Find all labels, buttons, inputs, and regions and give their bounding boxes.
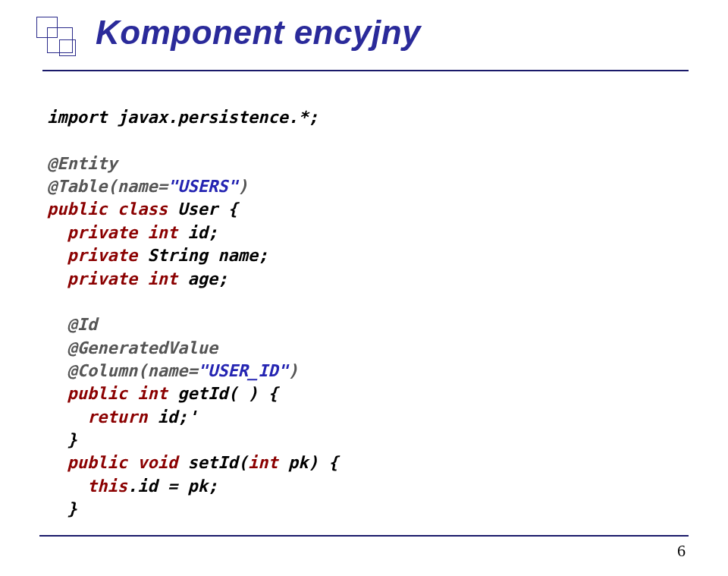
header: Komponent encyjny xyxy=(36,14,692,62)
code-text: int xyxy=(248,453,288,472)
code-text: id;' xyxy=(158,408,198,426)
code-text: setId( xyxy=(187,453,247,472)
code-text: return xyxy=(47,408,158,426)
code-text: this xyxy=(47,477,127,496)
code-text: import xyxy=(47,108,118,127)
code-block: import javax.persistence.*; @Entity @Tab… xyxy=(47,106,692,521)
code-text: .id = pk; xyxy=(127,477,218,496)
code-text: public void xyxy=(47,453,187,472)
code-text: getId( ) { xyxy=(177,384,278,403)
code-text: public class xyxy=(47,200,177,219)
code-text: pk) { xyxy=(288,453,338,472)
code-text: "USER_ID" xyxy=(198,361,288,380)
code-text: javax.persistence.*; xyxy=(118,108,318,127)
code-text: @Column(name= xyxy=(47,361,198,380)
code-text: private int xyxy=(47,223,187,242)
code-text: } xyxy=(47,499,77,518)
code-text: @Id xyxy=(47,315,97,334)
code-text: public int xyxy=(47,384,177,403)
code-text: ) xyxy=(288,361,298,380)
code-text: @Table(name= xyxy=(47,177,168,196)
footer-divider xyxy=(39,535,689,537)
code-text: } xyxy=(47,430,77,449)
code-text: private xyxy=(47,246,147,265)
page-title: Komponent encyjny xyxy=(96,14,421,52)
page-number: 6 xyxy=(677,541,686,561)
code-text: @Entity xyxy=(47,154,118,173)
code-text: User { xyxy=(177,200,237,219)
code-text: @GeneratedValue xyxy=(47,338,218,357)
code-text: id; xyxy=(187,223,218,242)
code-text: String name; xyxy=(147,246,268,265)
squares-icon xyxy=(36,17,82,62)
title-divider xyxy=(42,70,689,71)
code-text: age; xyxy=(187,269,228,288)
slide-container: Komponent encyjny import javax.persisten… xyxy=(0,0,728,576)
code-text: "USERS" xyxy=(168,177,238,196)
code-text: ) xyxy=(238,177,248,196)
code-text: private int xyxy=(47,269,187,288)
